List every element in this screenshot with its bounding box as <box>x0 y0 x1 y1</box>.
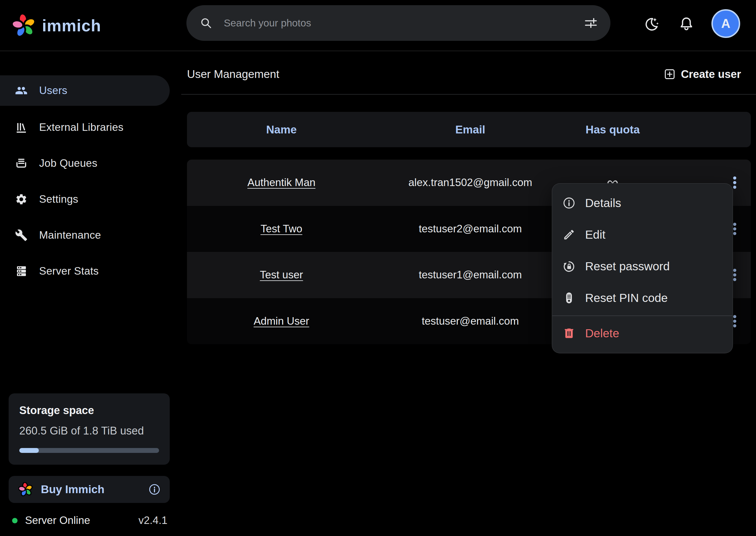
sidebar-item-label: Job Queues <box>39 157 97 169</box>
user-email: alex.tran1502@gmail.com <box>376 177 565 189</box>
menu-item-label: Edit <box>585 228 605 242</box>
storage-space-card: Storage space 260.5 GiB of 1.8 TiB used <box>9 393 170 465</box>
menu-item-reset-password[interactable]: Reset password <box>552 251 733 282</box>
column-header-name: Name <box>187 123 376 136</box>
pencil-icon <box>563 228 575 241</box>
info-circle-icon <box>563 197 575 209</box>
job-queue-icon <box>15 157 28 170</box>
user-name-link[interactable]: Authentik Man <box>247 177 316 188</box>
library-icon <box>15 121 28 134</box>
menu-item-edit[interactable]: Edit <box>552 219 733 251</box>
search-input[interactable] <box>224 17 584 29</box>
immich-flower-icon <box>18 482 33 497</box>
sidebar-item-settings[interactable]: Settings <box>0 184 170 215</box>
sidebar-item-server-stats[interactable]: Server Stats <box>0 256 170 286</box>
sidebar-item-label: Users <box>39 84 67 97</box>
gear-icon <box>15 193 28 206</box>
admin-sidebar: Users External Libraries Job Queues <box>0 51 178 536</box>
row-menu-kebab-icon[interactable] <box>733 176 737 189</box>
create-user-button[interactable]: Create user <box>664 68 741 81</box>
user-email: testuser@email.com <box>376 315 565 327</box>
storage-progress-fill <box>19 448 39 453</box>
brand-wordmark: immich <box>42 16 101 35</box>
theme-toggle-moon-icon[interactable] <box>643 16 660 32</box>
row-menu-kebab-icon[interactable] <box>733 314 737 328</box>
immich-admin-app: immich <box>0 0 756 536</box>
notifications-bell-icon[interactable] <box>678 16 695 32</box>
immich-home-link[interactable]: immich <box>12 0 101 51</box>
trash-icon <box>563 327 575 340</box>
server-status-row: Server Online v2.4.1 <box>9 514 170 527</box>
search-bar[interactable] <box>187 5 610 41</box>
sidebar-item-label: Server Stats <box>39 265 99 277</box>
sidebar-item-label: Maintenance <box>39 229 101 241</box>
header-divider <box>181 94 756 95</box>
menu-item-label: Details <box>585 196 621 210</box>
sidebar-item-label: External Libraries <box>39 121 123 133</box>
lock-reset-icon <box>563 260 575 273</box>
sidebar-item-label: Settings <box>39 193 78 205</box>
create-user-label: Create user <box>681 68 741 81</box>
user-name-link[interactable]: Test Two <box>260 223 302 235</box>
sidebar-item-users[interactable]: Users <box>0 75 170 106</box>
server-version: v2.4.1 <box>138 515 167 526</box>
buy-immich-label: Buy Immich <box>41 483 104 496</box>
row-context-menu: Details Edit Reset password <box>552 183 733 353</box>
search-icon <box>200 17 212 29</box>
storage-title: Storage space <box>19 404 159 417</box>
buy-immich-button[interactable]: Buy Immich <box>9 476 170 503</box>
sidebar-item-maintenance[interactable]: Maintenance <box>0 220 170 251</box>
pin-pad-icon <box>563 291 575 304</box>
user-email: testuser2@email.com <box>376 223 565 235</box>
server-status-label: Server Online <box>25 515 90 526</box>
menu-item-delete[interactable]: Delete <box>552 316 733 351</box>
user-email: testuser1@email.com <box>376 269 565 281</box>
sidebar-item-job-queues[interactable]: Job Queues <box>0 148 170 179</box>
wrench-icon <box>15 229 28 242</box>
user-name-link[interactable]: Test user <box>260 269 303 281</box>
menu-item-reset-pin[interactable]: Reset PIN code <box>552 282 733 314</box>
table-header: Name Email Has quota <box>187 112 751 147</box>
user-name-link[interactable]: Admin User <box>254 315 309 327</box>
storage-usage-text: 260.5 GiB of 1.8 TiB used <box>19 425 159 437</box>
storage-progress-bar <box>19 448 159 453</box>
search-filter-icon[interactable] <box>584 16 598 30</box>
row-menu-kebab-icon[interactable] <box>733 222 737 236</box>
plus-square-icon <box>664 68 676 80</box>
row-menu-kebab-icon[interactable] <box>733 268 737 282</box>
topbar: immich <box>0 0 756 51</box>
immich-logo-icon <box>12 13 36 38</box>
user-avatar[interactable]: A <box>711 9 740 38</box>
buy-info-icon[interactable] <box>149 484 160 495</box>
column-header-email: Email <box>376 123 565 136</box>
page-title: User Management <box>187 68 279 81</box>
menu-item-label: Reset password <box>585 260 670 273</box>
users-icon <box>15 84 28 97</box>
menu-item-label: Delete <box>585 327 619 340</box>
avatar-letter: A <box>721 17 730 31</box>
server-icon <box>15 265 28 278</box>
sidebar-item-external-libraries[interactable]: External Libraries <box>0 112 170 143</box>
menu-item-label: Reset PIN code <box>585 291 668 305</box>
online-status-dot <box>12 518 17 523</box>
menu-item-details[interactable]: Details <box>552 187 733 219</box>
page-header: User Management Create user <box>187 60 741 88</box>
column-header-has-quota: Has quota <box>565 123 661 136</box>
